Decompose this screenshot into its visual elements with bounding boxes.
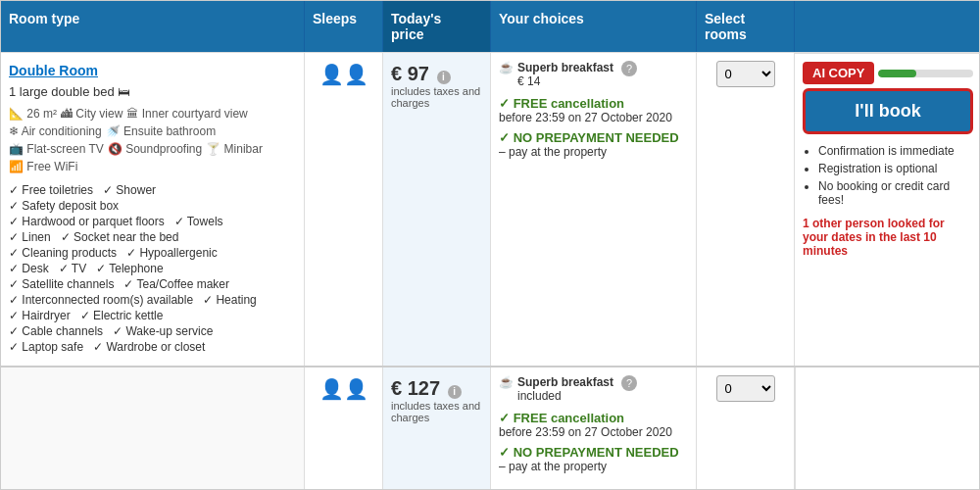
icon-tv: 📺 Flat-screen TV (9, 142, 104, 156)
icon-size: 📐 26 m² (9, 107, 57, 121)
col-price: Today'sprice (383, 1, 491, 52)
amenity-item: ✓ Desk (9, 262, 49, 275)
book-button[interactable]: I'll book (803, 88, 973, 134)
table-header: Room type Sleeps Today'sprice Your choic… (1, 1, 979, 52)
price-amount-1: € 97 i (391, 63, 482, 85)
right-panel-continuation (795, 368, 980, 489)
icon-minibar: 🍸 Minibar (206, 142, 263, 156)
icon-courtyard: 🏛 Inner courtyard view (126, 107, 247, 121)
amenity-item: ✓ Free toiletries (9, 183, 93, 197)
icon-bathroom: 🚿 Ensuite bathroom (106, 124, 216, 138)
price-label-1: includes taxes and charges (391, 85, 482, 109)
breakfast-line-1: ☕ Superb breakfast € 14 ? (499, 61, 688, 88)
breakfast-icon-2: ☕ (499, 375, 514, 389)
icon-cityview: 🏙 City view (61, 107, 122, 121)
ai-copy-button[interactable]: AI COPY (803, 62, 874, 84)
amenity-item: ✓ Satellite channels (9, 277, 114, 291)
sleeps-icon-1: 👤👤 (319, 64, 368, 85)
amenity-item: ✓ Towels (174, 215, 223, 228)
free-cancel-label-2: ✓ FREE cancellation (499, 411, 688, 425)
amenity-item: ✓ Hypoallergenic (126, 246, 218, 260)
amenity-item: ✓ Wake-up service (113, 324, 213, 338)
choices-cell-2: ☕ Superb breakfast included ? ✓ FREE can… (491, 368, 697, 489)
benefit-1: Confirmation is immediate (818, 144, 973, 158)
benefits-list: Confirmation is immediate Registration i… (803, 144, 973, 207)
room-table: Room type Sleeps Today'sprice Your choic… (0, 0, 980, 490)
room-info-cell: Double Room 1 large double bed 🛏 📐 26 m²… (1, 53, 305, 366)
benefit-2: Registration is optional (818, 162, 973, 175)
choices-cell-1: ☕ Superb breakfast € 14 ? ✓ FREE cancell… (491, 53, 697, 366)
pay-text-2: – pay at the property (499, 460, 688, 473)
amenity-item: ✓ Heating (203, 293, 257, 307)
sleeps-cell-1: 👤👤 (305, 53, 383, 366)
breakfast-question-icon-1[interactable]: ? (621, 61, 637, 76)
amenity-item: ✓ Wardrobe or closet (93, 340, 205, 354)
cancel-date-2: before 23:59 on 27 October 2020 (499, 425, 688, 439)
price-label-2: includes taxes and charges (391, 400, 482, 423)
amenity-item: ✓ Safety deposit box (9, 199, 119, 213)
bed-icon: 🛏 (118, 84, 130, 99)
progress-fill (878, 70, 916, 77)
price-amount-2: € 127 i (391, 377, 482, 400)
col-room-type: Room type (1, 1, 305, 52)
select-cell-1: 0 1 2 3 (697, 53, 795, 366)
sleeps-icon-2: 👤👤 (319, 378, 368, 400)
amenity-item: ✓ Laptop safe (9, 340, 83, 354)
col-select: Selectrooms (697, 1, 795, 52)
room-row-1: Double Room 1 large double bed 🛏 📐 26 m²… (1, 52, 979, 366)
amenity-item: ✓ Telephone (96, 262, 164, 275)
progress-bar (878, 70, 973, 77)
amenity-item: ✓ Hairdryer (9, 309, 71, 322)
cancel-date-1: before 23:59 on 27 October 2020 (499, 111, 688, 124)
icon-sound: 🔇 Soundproofing (108, 142, 202, 156)
amenity-item: ✓ Tea/Coffee maker (123, 277, 229, 291)
amenity-item: ✓ Linen (9, 230, 51, 244)
price-cell-1: € 97 i includes taxes and charges (383, 53, 491, 366)
amenity-item: ✓ TV (59, 262, 86, 275)
room-row-2: 👤👤 € 127 i includes taxes and charges ☕ … (1, 366, 979, 489)
amenity-item: ✓ Interconnected room(s) available (9, 293, 193, 307)
bed-text: 1 large double bed (9, 84, 115, 99)
breakfast-label-2: Superb breakfast (517, 375, 613, 389)
amenity-item: ✓ Shower (103, 183, 156, 197)
price-info-icon-2[interactable]: i (448, 385, 462, 399)
breakfast-question-icon-2[interactable]: ? (621, 375, 637, 391)
amenity-list: ✓ Free toiletries ✓ Shower ✓ Safety depo… (9, 183, 296, 354)
free-cancel-label-1: ✓ FREE cancellation (499, 96, 688, 111)
amenity-item: ✓ Cable channels (9, 324, 103, 338)
breakfast-label-1: Superb breakfast (517, 61, 613, 74)
amenity-item: ✓ Socket near the bed (61, 230, 179, 244)
amenity-item: ✓ Cleaning products (9, 246, 117, 260)
price-value-2: € 127 (391, 377, 440, 399)
pay-text-1: – pay at the property (499, 145, 688, 159)
select-cell-2: 0 1 2 3 (697, 368, 795, 489)
col-sleeps: Sleeps (305, 1, 383, 52)
breakfast-sub-2: included (517, 389, 613, 403)
amenity-item: ✓ Electric kettle (80, 309, 164, 322)
no-prepay-label-2: ✓ NO PREPAYMENT NEEDED (499, 445, 688, 460)
ai-copy-row: AI COPY (803, 62, 973, 84)
benefit-3: No booking or credit card fees! (818, 179, 973, 207)
amenity-item: ✓ Hardwood or parquet floors (9, 215, 165, 228)
icon-ac: ❄ Air conditioning (9, 124, 102, 138)
room-name-link[interactable]: Double Room (9, 63, 296, 78)
bed-info: 1 large double bed 🛏 (9, 84, 296, 99)
price-info-icon-1[interactable]: i (437, 71, 451, 84)
breakfast-line-2: ☕ Superb breakfast included ? (499, 375, 688, 403)
amenity-icons: 📐 26 m² 🏙 City view 🏛 Inner courtyard vi… (9, 107, 296, 173)
sleeps-cell-2: 👤👤 (305, 368, 383, 489)
price-cell-2: € 127 i includes taxes and charges (383, 368, 491, 489)
breakfast-icon-1: ☕ (499, 61, 514, 74)
right-panel: AI COPY I'll book Confirmation is immedi… (795, 53, 980, 366)
urgency-text: 1 other person looked for your dates in … (803, 217, 973, 258)
no-prepay-label-1: ✓ NO PREPAYMENT NEEDED (499, 130, 688, 145)
room-count-select-1[interactable]: 0 1 2 3 (716, 61, 775, 87)
icon-wifi: 📶 Free WiFi (9, 160, 77, 173)
room-info-cell-2 (1, 368, 305, 489)
price-value-1: € 97 (391, 63, 429, 84)
breakfast-sub-1: € 14 (517, 74, 613, 88)
col-actions (795, 1, 980, 52)
col-choices: Your choices (491, 1, 697, 52)
room-count-select-2[interactable]: 0 1 2 3 (716, 375, 775, 402)
